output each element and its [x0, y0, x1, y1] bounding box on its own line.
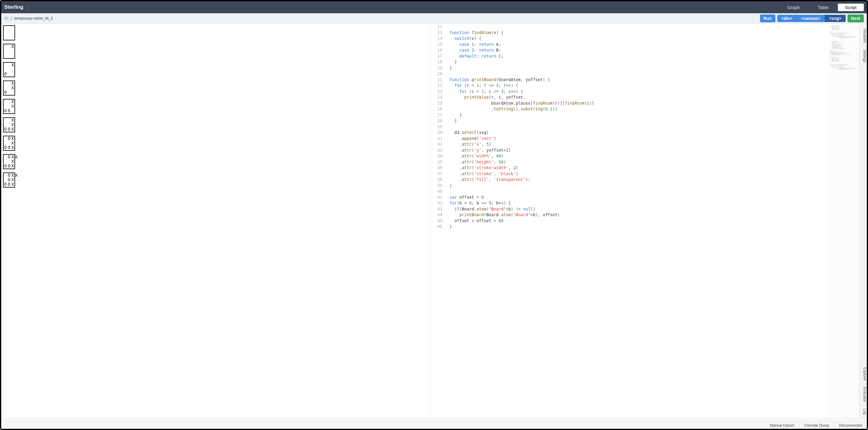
board-cell: X	[11, 127, 14, 131]
board-cell: O	[4, 72, 7, 76]
board-4: XXOO	[3, 99, 15, 114]
board-5: XXOOX	[3, 117, 15, 132]
board-cell: O	[4, 127, 7, 131]
topbar: Sterling Graph Table Script	[1, 1, 867, 13]
board-2: XO	[3, 62, 15, 77]
main: XXOXXOXXOOXXOOXOXXOOXOXXXOOXOXXOXOOX 12 …	[1, 24, 867, 418]
board-cell: O	[7, 164, 11, 168]
board-0	[3, 25, 15, 40]
board-cell: X	[11, 164, 14, 168]
tab-graph[interactable]: Graph	[778, 2, 809, 12]
horizontal-scrollbar[interactable]	[1, 418, 867, 422]
board-cell: O	[7, 109, 11, 113]
minimap[interactable]: function findAtom(v) { switch(v) { case …	[829, 24, 859, 418]
board-cell: X	[11, 99, 14, 104]
sidetab-variables[interactable]: Variables	[859, 25, 867, 47]
output-mode-group: <div> <canvas> <svg>	[777, 15, 846, 22]
board-cell: O	[7, 145, 11, 150]
board-cell: X	[11, 81, 14, 86]
board-cell: O	[7, 155, 11, 159]
board-cell: X	[11, 159, 14, 164]
board-cell: X	[11, 136, 14, 141]
board-cell: O	[4, 182, 7, 187]
board-cell: O	[7, 178, 11, 182]
statusbar: Manual Datum Console Dump Disconnected	[1, 422, 867, 429]
board-cell: X	[11, 155, 14, 159]
board-cell: X	[11, 122, 14, 127]
board-cell: X	[11, 182, 14, 187]
editor-pane: 12 13 14 15 16 17 18 19 20 21 22 23 24 2…	[430, 24, 859, 418]
board-cell: O	[4, 109, 7, 113]
brand-title: Sterling	[4, 4, 28, 11]
subbar: ID: 1 temporary-name_ttt_1 Run <div> <ca…	[1, 13, 867, 24]
run-button[interactable]: Run	[760, 14, 775, 22]
board-cell: X	[11, 118, 14, 122]
mode-svg-button[interactable]: <svg>	[825, 15, 845, 22]
board-3: XXO	[3, 81, 15, 96]
tab-table[interactable]: Table	[809, 2, 838, 12]
board-cell: O	[7, 136, 11, 141]
status-manual-datum[interactable]: Manual Datum	[765, 422, 799, 429]
board-6: OXXOOX	[3, 136, 15, 151]
board-cell: X	[11, 145, 14, 150]
board-cell: X	[14, 173, 18, 178]
visualization-pane[interactable]: XXOXXOXXOOXXOOXOXXOOXOXXXOOXOXXOXOOX	[1, 24, 430, 418]
instance-id-label: ID: 1	[4, 16, 12, 21]
board-cell: X	[11, 141, 14, 145]
board-cell: X	[11, 173, 14, 178]
code-content[interactable]: function findAtom(v) { switch(v) { case …	[447, 24, 829, 418]
code-editor[interactable]: 12 13 14 15 16 17 18 19 20 21 22 23 24 2…	[430, 24, 859, 418]
board-cell: O	[4, 90, 7, 95]
board-1: X	[3, 44, 15, 59]
board-cell: X	[11, 178, 14, 182]
sidetab-explorer[interactable]: Explorer	[859, 364, 867, 384]
board-cell: O	[7, 173, 11, 178]
board-cell: X	[11, 86, 14, 90]
board-8: OXXOXOOX	[3, 173, 15, 188]
instance-name: temporary-name_ttt_1	[14, 16, 53, 21]
board-cell: O	[7, 182, 11, 187]
right-sidebar: Variables Settings Explorer Evaluator Lo…	[859, 24, 867, 418]
board-7: OXXXOOX	[3, 154, 15, 169]
board-cell: X	[11, 63, 14, 67]
board-cell: O	[4, 164, 7, 168]
next-button[interactable]: Next	[847, 14, 864, 22]
sidetab-settings[interactable]: Settings	[859, 47, 867, 66]
line-gutter: 12 13 14 15 16 17 18 19 20 21 22 23 24 2…	[430, 24, 447, 418]
tab-script[interactable]: Script	[838, 4, 864, 11]
sidetab-evaluator[interactable]: Evaluator	[859, 384, 867, 406]
status-console-dump[interactable]: Console Dump	[799, 422, 834, 429]
board-cell: O	[7, 127, 11, 131]
mode-canvas-button[interactable]: <canvas>	[797, 15, 825, 22]
mode-div-button[interactable]: <div>	[777, 15, 797, 22]
sidetab-log[interactable]: Log	[859, 406, 867, 418]
board-cell: X	[11, 44, 14, 49]
status-connection[interactable]: Disconnected	[834, 422, 867, 429]
board-cell: O	[4, 145, 7, 150]
board-cell: X	[14, 155, 18, 159]
board-cell: X	[11, 104, 14, 109]
